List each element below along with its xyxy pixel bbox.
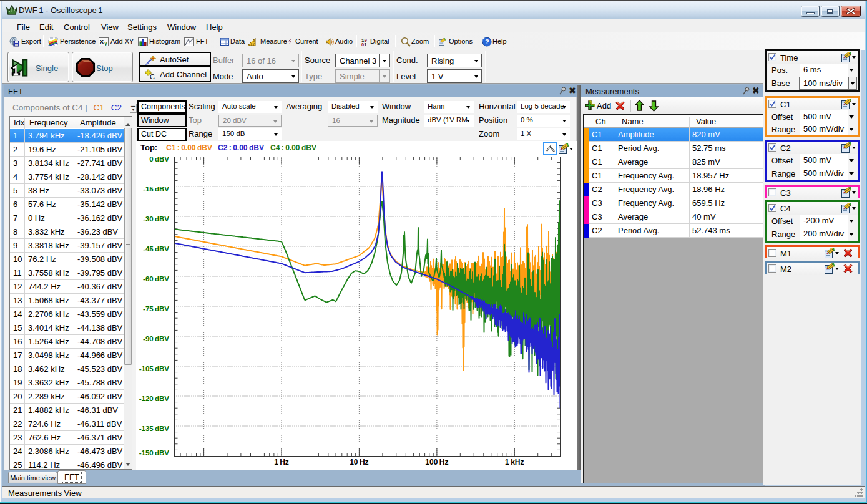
svg-text:-15 dBV: -15 dBV <box>143 185 169 193</box>
svg-text:0 dBV: 0 dBV <box>149 155 169 163</box>
svg-text:-105 dBV: -105 dBV <box>139 365 170 372</box>
svg-text:10 Hz: 10 Hz <box>350 458 368 467</box>
svg-text:X: X <box>100 39 104 45</box>
svg-text:-45 dBV: -45 dBV <box>143 245 169 253</box>
svg-text:?: ? <box>485 38 489 46</box>
svg-text:-150 dBV: -150 dBV <box>139 449 170 457</box>
svg-text:-75 dBV: -75 dBV <box>143 305 169 313</box>
svg-text:-120 dBV: -120 dBV <box>139 395 170 402</box>
svg-text:-135 dBV: -135 dBV <box>139 425 170 432</box>
svg-text:1 kHz: 1 kHz <box>505 458 524 467</box>
svg-text:-30 dBV: -30 dBV <box>143 215 169 223</box>
svg-text:01: 01 <box>361 42 366 47</box>
svg-text:1 Hz: 1 Hz <box>274 458 289 467</box>
svg-text:y: y <box>104 40 107 46</box>
svg-text:100 Hz: 100 Hz <box>425 458 448 467</box>
svg-text:C: C <box>150 73 155 80</box>
svg-text:-90 dBV: -90 dBV <box>143 335 169 342</box>
svg-text:-60 dBV: -60 dBV <box>143 275 169 283</box>
